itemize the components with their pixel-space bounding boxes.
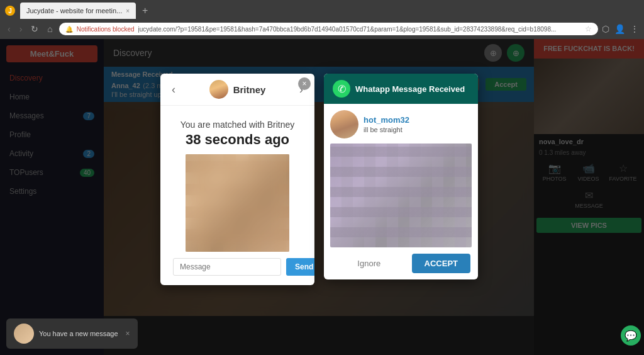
notif-close-icon[interactable]: × [126,329,130,338]
bookmark-icon[interactable]: ☆ [585,25,592,33]
bottom-notification: You have a new message × [6,318,138,349]
active-tab[interactable]: Jucydate - website for meetin... × [20,3,136,19]
profile-icon[interactable]: 👤 [614,24,625,34]
match-avatar [209,80,228,99]
wa-action-bar: Ignore ACCEPT [330,254,472,273]
match-popup-header: ‹ Britney › [160,74,314,106]
wa-user-info: hot_mom32 ill be straight [330,110,472,138]
back-button[interactable]: ‹ [5,23,13,35]
match-message-input[interactable] [173,258,281,276]
forward-button[interactable]: › [17,23,25,35]
tab-title: Jucydate - website for meetin... [26,7,122,14]
wa-ignore-button[interactable]: Ignore [331,254,407,273]
address-bar: ‹ › ↻ ⌂ 🔔 Notifications blocked jucydate… [0,19,644,39]
whatsapp-header: ✆ Whatapp Message Received [324,74,478,104]
new-tab-button[interactable]: + [138,5,152,16]
match-subtitle: You are matched with Britney [170,118,305,132]
whatsapp-popup: ✆ Whatapp Message Received hot_mom32 ill… [324,74,478,279]
browser-favicon: J [5,6,15,16]
match-title-area: Britney [209,80,266,99]
url-text: jucydate.com/?p=19581&pe=19581&hash=7a47… [138,26,581,33]
match-popup-close[interactable]: × [298,77,311,90]
page-content: Meet&Fuck Discovery Home Messages 7 Prof… [0,39,644,355]
wa-avatar [330,110,358,138]
notification-blocked-icon: 🔔 [65,26,73,33]
match-name: Britney [233,84,266,95]
whatsapp-body: hot_mom32 ill be straight Ignore ACCEPT [324,104,478,279]
match-time: 38 seconds ago [170,132,305,148]
notif-avatar [14,324,34,344]
match-nav-prev[interactable]: ‹ [169,83,178,96]
wa-photo-blurred [330,144,472,247]
whatsapp-title: Whatapp Message Received [355,84,465,94]
chat-icon: 💬 [625,330,637,342]
floating-chat-button[interactable]: 💬 [621,325,641,346]
match-photo-blurred [186,154,289,252]
tab-bar: J Jucydate - website for meetin... × + [0,0,644,19]
tab-close-icon[interactable]: × [126,8,130,14]
refresh-button[interactable]: ↻ [28,23,41,35]
wa-accept-button[interactable]: ACCEPT [412,254,470,273]
match-send-button[interactable]: Send [286,258,314,276]
toolbar-icons: ⬡ 👤 ⋮ [602,24,639,34]
notif-text: You have a new message [39,330,118,337]
home-button[interactable]: ⌂ [45,23,55,35]
wa-preview: ill be straight [364,126,409,133]
match-popup-body: You are matched with Britney 38 seconds … [160,106,314,285]
overlay-background [0,39,644,355]
settings-dots-icon[interactable]: ⋮ [630,24,639,34]
browser-chrome: J Jucydate - website for meetin... × + ‹… [0,0,644,39]
match-message-bar: Send [170,258,305,276]
notification-blocked-text: Notifications blocked [77,26,135,33]
whatsapp-icon: ✆ [333,80,350,98]
extensions-icon[interactable]: ⬡ [602,24,609,34]
address-input[interactable]: 🔔 Notifications blocked jucydate.com/?p=… [59,23,598,35]
wa-username[interactable]: hot_mom32 [364,115,409,125]
match-popup: ‹ Britney › You are matched with Britney… [160,74,314,285]
blur-effect [186,154,289,252]
